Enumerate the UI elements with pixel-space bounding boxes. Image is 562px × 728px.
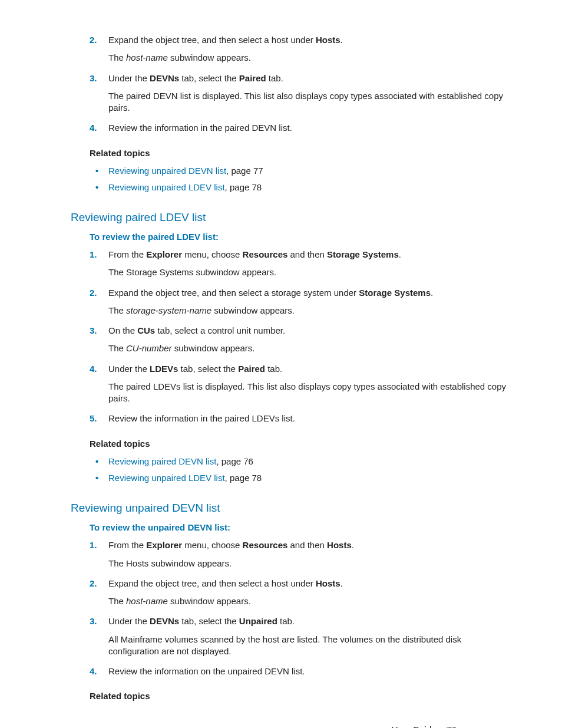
step-number: 3.	[90, 615, 97, 627]
related-topic-suffix: , page 77	[226, 166, 263, 176]
step-result: All Mainframe volumes scanned by the hos…	[108, 634, 509, 658]
step-number: 4.	[90, 122, 97, 134]
step-number: 2.	[90, 34, 97, 46]
step-result: The storage-system-name subwindow appear…	[108, 305, 509, 317]
related-topic-item: Reviewing unpaired LDEV list, page 78	[90, 472, 509, 484]
related-topic-suffix: , page 78	[225, 473, 262, 483]
step-result: The host-name subwindow appears.	[108, 595, 509, 607]
step-text: Review the information in the paired LDE…	[108, 413, 509, 424]
step-text: Under the DEVNs tab, select the Unpaired…	[108, 615, 509, 627]
step-text: Review the information in the paired DEV…	[108, 122, 509, 134]
step-text: Expand the object tree, and then select …	[108, 287, 509, 299]
section3-heading: Reviewing unpaired DEVN list	[71, 500, 509, 516]
related-topic-link[interactable]: Reviewing unpaired LDEV list	[108, 182, 225, 192]
step-text: From the Explorer menu, choose Resources…	[108, 539, 509, 551]
step-item: 3.On the CUs tab, select a control unit …	[90, 325, 509, 355]
section2-steps: 1.From the Explorer menu, choose Resourc…	[90, 249, 509, 425]
section1-related-heading: Related topics	[90, 147, 509, 159]
related-topic-item: Reviewing unpaired DEVN list, page 77	[90, 165, 509, 177]
step-result: The CU-number subwindow appears.	[108, 342, 509, 354]
step-number: 1.	[90, 539, 97, 551]
related-topic-suffix: , page 78	[225, 182, 262, 192]
step-number: 5.	[90, 413, 97, 424]
step-text: Under the LDEVs tab, select the Paired t…	[108, 363, 509, 375]
step-number: 3.	[90, 73, 97, 84]
step-item: 4.Review the information on the unpaired…	[90, 666, 509, 677]
step-text: Review the information on the unpaired D…	[108, 666, 509, 677]
related-topic-link[interactable]: Reviewing unpaired LDEV list	[108, 473, 225, 483]
section3-related-heading: Related topics	[90, 690, 509, 702]
step-item: 4.Under the LDEVs tab, select the Paired…	[90, 363, 509, 405]
step-result: The paired LDEVs list is displayed. This…	[108, 381, 509, 405]
related-topic-link[interactable]: Reviewing paired DEVN list	[108, 456, 216, 466]
page-footer: User Guide 77	[392, 724, 456, 728]
footer-page-number: 77	[446, 724, 456, 728]
section1-steps: 2.Expand the object tree, and then selec…	[90, 34, 509, 134]
step-result: The host-name subwindow appears.	[108, 52, 509, 64]
step-text: From the Explorer menu, choose Resources…	[108, 249, 509, 261]
section3-steps: 1.From the Explorer menu, choose Resourc…	[90, 539, 509, 677]
step-number: 4.	[90, 363, 97, 375]
step-text: Under the DEVNs tab, select the Paired t…	[108, 73, 509, 84]
step-result: The Hosts subwindow appears.	[108, 558, 509, 569]
section2-related-list: Reviewing paired DEVN list, page 76Revie…	[90, 456, 509, 485]
related-topic-item: Reviewing paired DEVN list, page 76	[90, 456, 509, 467]
step-number: 2.	[90, 578, 97, 589]
footer-label: User Guide	[392, 724, 437, 728]
step-result: The Storage Systems subwindow appears.	[108, 266, 509, 278]
step-item: 3.Under the DEVNs tab, select the Paired…	[90, 73, 509, 114]
step-item: 1.From the Explorer menu, choose Resourc…	[90, 249, 509, 279]
step-number: 2.	[90, 287, 97, 299]
step-item: 2.Expand the object tree, and then selec…	[90, 578, 509, 608]
step-item: 5.Review the information in the paired L…	[90, 413, 509, 424]
step-number: 3.	[90, 325, 97, 337]
step-text: On the CUs tab, select a control unit nu…	[108, 325, 509, 337]
step-item: 2.Expand the object tree, and then selec…	[90, 287, 509, 317]
section2-heading: Reviewing paired LDEV list	[71, 210, 509, 225]
section1-related-list: Reviewing unpaired DEVN list, page 77Rev…	[90, 165, 509, 194]
step-number: 1.	[90, 249, 97, 261]
section2-subheading: To review the paired LDEV list:	[90, 231, 509, 243]
step-item: 4.Review the information in the paired D…	[90, 122, 509, 134]
section3-subheading: To review the unpaired DEVN list:	[90, 522, 509, 533]
step-item: 2.Expand the object tree, and then selec…	[90, 34, 509, 64]
step-item: 1.From the Explorer menu, choose Resourc…	[90, 539, 509, 569]
step-text: Expand the object tree, and then select …	[108, 578, 509, 589]
step-number: 4.	[90, 666, 97, 677]
related-topic-item: Reviewing unpaired LDEV list, page 78	[90, 182, 509, 193]
section2-related-heading: Related topics	[90, 438, 509, 450]
step-item: 3.Under the DEVNs tab, select the Unpair…	[90, 615, 509, 657]
related-topic-suffix: , page 76	[216, 456, 253, 466]
related-topic-link[interactable]: Reviewing unpaired DEVN list	[108, 166, 226, 176]
step-text: Expand the object tree, and then select …	[108, 34, 509, 46]
step-result: The paired DEVN list is displayed. This …	[108, 90, 509, 114]
